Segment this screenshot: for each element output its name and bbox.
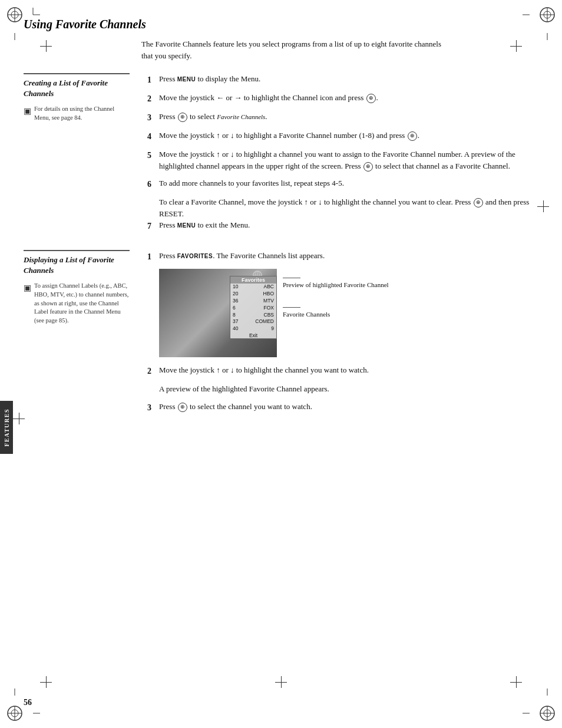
step-4-text: Move the joystick ↑ or ↓ to highlight a … [159,130,538,141]
section1-header: Creating a List of Favorite Channels [24,73,130,99]
s2-step-2-subtext: A preview of the highlighted Favorite Ch… [159,383,538,395]
center-btn-5: ⊕ [363,162,373,172]
tv-image: Favorites 10ABC 20HBO 36MTV 6FOX 8CBS 37… [159,269,277,357]
s2-step-3-text: Press ⊕ to select the channel you want t… [159,401,538,413]
step-6-number: 6 [147,178,159,190]
section2-area: Displaying a List of Favorite Channels ▣… [24,250,538,420]
intro-text: The Favorite Channels feature lets you s… [141,38,448,61]
section2-note-text: To assign Channel Labels (e.g., ABC, HBO… [34,282,130,325]
step-2: 2 Move the joystick ← or → to highlight … [147,92,538,105]
section1-title: Creating a List of Favorite Channels [24,78,130,99]
section1-note-text: For details on using the Channel Menu, s… [34,105,130,122]
step-6-text: To add more channels to your favorites l… [159,177,538,189]
s2-step-1-text: Press FAVORITES. The Favorite Channels l… [159,250,538,262]
step-7-text: Press MENU to exit the Menu. [159,219,538,231]
favorites-channels-label-text: Favorite Channels [283,311,330,318]
step-3-number: 3 [147,111,159,124]
center-btn-4: ⊕ [408,131,417,141]
image-labels: Preview of highlighted Favorite Channel … [283,269,389,357]
page-number: 56 [24,698,32,707]
step-1-number: 1 [147,74,159,86]
favorites-channels-label: Favorite Channels [283,307,389,319]
center-btn-2: ⊕ [366,94,376,103]
reset-key: RESET [159,209,182,218]
section2-header: Displaying a List of Favorite Channels [24,250,130,276]
step-1: 1 Press MENU to display the Menu. [147,73,538,86]
label-line-1 [283,278,300,278]
favorites-key: FAVORITES [177,253,213,259]
step-6-subtext: To clear a Favorite Channel, move the jo… [159,196,538,219]
step-4-number: 4 [147,130,159,143]
image-container: Favorites 10ABC 20HBO 36MTV 6FOX 8CBS 37… [159,269,538,357]
s2-step-3: 3 Press ⊕ to select the channel you want… [147,401,538,414]
section2-sidebar: Displaying a List of Favorite Channels ▣… [24,250,141,420]
section2-title: Displaying a List of Favorite Channels [24,255,130,276]
fav-row-5: 8CBS [230,312,276,319]
fav-exit: Exit [230,332,276,338]
fav-row-3: 36MTV [230,298,276,305]
note-icon: ▣ [24,106,31,117]
step-6: 6 To add more channels to your favorites… [147,177,538,190]
s2-step-1: 1 Press FAVORITES. The Favorite Channels… [147,250,538,263]
label-line-2 [283,307,300,308]
step-7: 7 Press MENU to exit the Menu. [147,219,538,232]
fav-row-6: 37COMED [230,318,276,325]
section1-steps: 1 Press MENU to display the Menu. 2 Move… [141,73,538,238]
fav-row-7: 409 [230,325,276,332]
section2-steps: 1 Press FAVORITES. The Favorite Channels… [141,250,538,420]
fav-row-1: 10ABC [230,284,276,291]
steps-list-1: 1 Press MENU to display the Menu. 2 Move… [147,73,538,232]
step-4: 4 Move the joystick ↑ or ↓ to highlight … [147,130,538,143]
preview-label-text: Preview of highlighted Favorite Channel [283,281,389,288]
center-btn-s2-3: ⊕ [178,403,187,412]
s2-step-2: 2 Move the joystick ↑ or ↓ to highlight … [147,364,538,377]
fav-channels-link: Favorite Channels [217,113,265,120]
step-5-number: 5 [147,149,159,162]
page-title: Using Favorite Channels [24,18,538,31]
s2-step-3-number: 3 [147,401,159,414]
s2-step-2-text: Move the joystick ↑ or ↓ to highlight th… [159,364,538,376]
step-3-text: Press ⊕ to select Favorite Channels. [159,111,538,123]
step-5: 5 Move the joystick ↑ or ↓ to highlight … [147,149,538,172]
tv-screen: Favorites 10ABC 20HBO 36MTV 6FOX 8CBS 37… [159,269,277,357]
fav-row-2: 20HBO [230,291,276,298]
menu-key-7: MENU [177,222,196,229]
step-5-text: Move the joystick ↑ or ↓ to highlight a … [159,149,538,172]
menu-key-1: MENU [177,76,196,83]
fav-row-4: 6FOX [230,305,276,312]
section1-note: ▣ For details on using the Channel Menu,… [24,105,130,122]
favorites-header: Favorites [230,276,276,284]
step-2-number: 2 [147,93,159,105]
favorites-overlay: Favorites 10ABC 20HBO 36MTV 6FOX 8CBS 37… [230,276,277,339]
section2-note: ▣ To assign Channel Labels (e.g., ABC, H… [24,282,130,325]
preview-label: Preview of highlighted Favorite Channel [283,278,389,289]
section1-area: Creating a List of Favorite Channels ▣ F… [24,73,538,238]
section1-sidebar: Creating a List of Favorite Channels ▣ F… [24,73,141,238]
center-btn-3: ⊕ [178,113,187,122]
s2-step-1-number: 1 [147,251,159,263]
step-1-text: Press MENU to display the Menu. [159,73,538,85]
center-btn-6: ⊕ [474,198,483,207]
step-3: 3 Press ⊕ to select Favorite Channels. [147,111,538,124]
step-7-number: 7 [147,220,159,232]
s2-step-2-number: 2 [147,365,159,377]
step-2-text: Move the joystick ← or → to highlight th… [159,92,538,104]
note-icon-2: ▣ [24,282,31,294]
